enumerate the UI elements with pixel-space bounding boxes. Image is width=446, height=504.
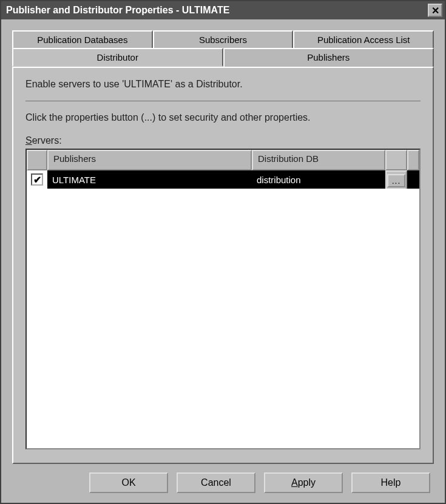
row-spacer [407, 170, 419, 189]
tab-publishers[interactable]: Publishers [223, 48, 434, 67]
properties-hint: Click the properties button (...) to set… [25, 112, 421, 123]
servers-label-rest: ervers: [32, 135, 62, 146]
button-row: OK Cancel Apply Help [12, 464, 434, 497]
cancel-button[interactable]: Cancel [177, 472, 255, 493]
properties-button[interactable]: ... [387, 174, 405, 187]
close-button[interactable]: ✕ [428, 4, 442, 17]
tab-subscribers[interactable]: Subscribers [153, 30, 294, 48]
col-distribution-db[interactable]: Distribution DB [252, 150, 385, 170]
servers-grid: Publishers Distribution DB ✔ ULTIMATE di… [25, 149, 421, 449]
tab-panel-distributor: Enable servers to use 'ULTIMATE' as a Di… [12, 67, 434, 464]
tab-distributor[interactable]: Distributor [12, 48, 223, 67]
title-text: Publisher and Distributor Properties - U… [6, 5, 428, 16]
client-area: Publication Databases Subscribers Public… [1, 19, 445, 503]
ellipsis-icon: ... [392, 176, 401, 186]
apply-rest: pply [298, 477, 316, 488]
tabs-area: Publication Databases Subscribers Public… [12, 30, 434, 67]
tab-row-back: Publication Databases Subscribers Public… [12, 30, 434, 48]
checkbox-icon[interactable]: ✔ [31, 173, 43, 186]
col-spacer [407, 150, 419, 170]
tab-row-front: Distributor Publishers [12, 48, 434, 67]
grid-header: Publishers Distribution DB [27, 150, 419, 170]
apply-button[interactable]: Apply [264, 472, 343, 493]
tab-publication-access-list[interactable]: Publication Access List [293, 30, 434, 48]
tab-publication-databases[interactable]: Publication Databases [12, 30, 153, 48]
close-icon: ✕ [431, 5, 439, 16]
title-bar: Publisher and Distributor Properties - U… [1, 1, 445, 19]
servers-label: Servers: [25, 135, 421, 146]
help-button[interactable]: Help [351, 472, 430, 493]
enable-description: Enable servers to use 'ULTIMATE' as a Di… [25, 79, 421, 101]
apply-access-key: A [291, 477, 298, 488]
ok-button[interactable]: OK [89, 472, 168, 493]
row-checkbox-cell[interactable]: ✔ [27, 170, 47, 189]
col-check[interactable] [27, 150, 47, 170]
servers-access-key: S [25, 135, 32, 146]
row-properties-button-cell: ... [385, 170, 407, 191]
grid-blank [27, 189, 419, 448]
col-properties [385, 150, 407, 170]
row-distribution-db: distribution [252, 170, 385, 189]
row-publisher: ULTIMATE [47, 170, 252, 189]
dialog-window: Publisher and Distributor Properties - U… [0, 0, 446, 504]
table-row[interactable]: ✔ ULTIMATE distribution ... [27, 170, 419, 189]
col-publishers[interactable]: Publishers [47, 150, 252, 170]
